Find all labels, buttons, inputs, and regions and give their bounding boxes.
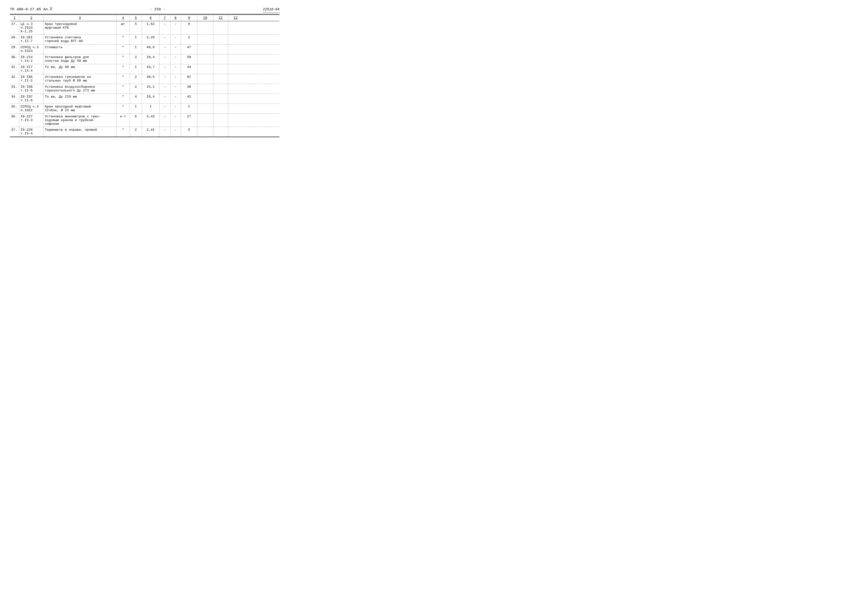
- row-col4: ": [117, 54, 130, 64]
- row-col9: 2: [181, 34, 197, 44]
- row-col7: –: [160, 34, 170, 44]
- row-num: 33.: [10, 84, 19, 94]
- row-desc: Стоимость: [44, 45, 116, 54]
- row-col5: 2: [130, 127, 142, 136]
- row-col8: –: [170, 94, 181, 104]
- table-row: 36. I8-227 т.I5-3 Установка манометров с…: [10, 114, 280, 127]
- row-col12: [228, 94, 243, 104]
- table-row: 30. I8-2I4 т.I4-2 Установка фильтров для…: [10, 54, 280, 64]
- row-desc: То же, Ду 80 мм: [44, 64, 116, 74]
- row-col5: 2: [130, 54, 142, 64]
- row-desc: Кран проходной муфтовый IIчбок, Ø I5 мм: [44, 104, 116, 113]
- row-col11: [213, 94, 228, 104]
- row-col5: 5: [130, 21, 142, 34]
- row-col8: –: [170, 34, 181, 44]
- row-col12: [228, 34, 243, 44]
- table-row: 28. I8-20I т.II-7 Установка счетчика гор…: [10, 34, 280, 45]
- row-col8: –: [170, 21, 181, 34]
- row-col6: I: [142, 104, 160, 113]
- row-num: 28.: [10, 34, 19, 44]
- row-col7: –: [160, 74, 170, 84]
- row-col8: –: [170, 114, 181, 127]
- row-desc: Кран трехходовой муфтовый КТК: [44, 21, 116, 34]
- row-col11: [213, 21, 228, 34]
- row-col10: [198, 64, 213, 74]
- row-code: I8-I98 т.II-6: [19, 84, 44, 94]
- row-code: I8-I86 т.II-2: [19, 74, 44, 84]
- row-code: I8-228 т.I5-4: [19, 127, 44, 136]
- row-col11: [213, 34, 228, 44]
- row-col12: [228, 45, 243, 54]
- col-header-12: I2: [228, 16, 243, 20]
- col-header-7: 7: [160, 16, 170, 20]
- row-col9: 59: [181, 54, 197, 64]
- col-header-2: 2: [19, 16, 44, 20]
- row-col11: [213, 114, 228, 127]
- row-num: 36.: [10, 114, 19, 127]
- row-col4: ": [117, 74, 130, 84]
- row-col10: [198, 45, 213, 54]
- table-row: 35. ССРСЦ ч.3 п.I022 Кран проходной муфт…: [10, 104, 280, 114]
- row-col10: [198, 54, 213, 64]
- row-col8: –: [170, 84, 181, 94]
- row-col9: I: [181, 104, 197, 113]
- row-col10: [198, 94, 213, 104]
- row-num: 30.: [10, 54, 19, 64]
- row-col9: 30: [181, 84, 197, 94]
- row-col11: [213, 45, 228, 54]
- row-desc: Установка фильтров для очистки воды Ду 4…: [44, 54, 116, 64]
- row-col10: [198, 104, 213, 113]
- row-col6: 40,5: [142, 74, 160, 84]
- row-code: ССРСЦ ч.3 п.I523: [19, 45, 44, 54]
- row-col6: I5,2: [142, 84, 160, 94]
- row-col10: [198, 84, 213, 94]
- row-col8: –: [170, 64, 181, 74]
- row-num: 29.: [10, 45, 19, 54]
- row-desc: Установка грязевиков из стальных труб Ø …: [44, 74, 116, 84]
- page-header: ТП 400-0-27.85 Ал.V - I59 - 22510-04: [10, 8, 280, 12]
- row-col12: [228, 127, 243, 136]
- col-header-11: II: [213, 16, 228, 20]
- row-col5: 2: [130, 84, 142, 94]
- table-row: 3I. I8-2I7 т.I4-4 То же, Ду 80 мм " I 43…: [10, 64, 280, 74]
- table-row: 34. I8-I97 т.II-6 То же, Ду 2I9 мм " 4 I…: [10, 94, 280, 104]
- row-col10: [198, 21, 213, 34]
- row-col12: [228, 64, 243, 74]
- row-col11: [213, 64, 228, 74]
- row-col12: [228, 21, 243, 34]
- row-desc: Установка манометров с трех- ходовым кра…: [44, 114, 116, 127]
- row-desc: Установка воздухосборника горизонтальног…: [44, 84, 116, 94]
- row-col4: ": [117, 45, 130, 54]
- row-col6: 46,8: [142, 45, 160, 54]
- row-col5: 4: [130, 94, 142, 104]
- row-num: 35.: [10, 104, 19, 113]
- row-col9: 8: [181, 21, 197, 34]
- row-col4: ": [117, 127, 130, 136]
- row-col5: I: [130, 34, 142, 44]
- row-code: I8-2I7 т.I4-4: [19, 64, 44, 74]
- col-header-9: 9: [181, 16, 197, 20]
- row-num: 37.: [10, 127, 19, 136]
- row-code: I8-227 т.I5-3: [19, 114, 44, 127]
- row-col5: 6: [130, 114, 142, 127]
- row-col9: 27: [181, 114, 197, 127]
- header-divider: [10, 14, 280, 14]
- row-col11: [213, 127, 228, 136]
- row-col7: –: [160, 94, 170, 104]
- col-header-3: 3: [44, 16, 116, 20]
- header-right: 22510-04: [263, 8, 280, 12]
- col-header-1: I: [10, 16, 19, 20]
- row-col11: [213, 84, 228, 94]
- row-col9: 47: [181, 45, 197, 54]
- row-desc: Установка счетчика горячей воды ВТГ-80: [44, 34, 116, 44]
- col-header-10: I0: [198, 16, 213, 20]
- row-col6: 29,4: [142, 54, 160, 64]
- row-col12: [228, 74, 243, 84]
- table-row: 37. I8-228 т.I5-4 Термометр в оправе, пр…: [10, 127, 280, 137]
- row-col6: 43,7: [142, 64, 160, 74]
- row-col7: –: [160, 84, 170, 94]
- row-col10: [198, 114, 213, 127]
- row-code: I8-20I т.II-7: [19, 34, 44, 44]
- row-col5: I: [130, 45, 142, 54]
- row-col6: 2,26: [142, 34, 160, 44]
